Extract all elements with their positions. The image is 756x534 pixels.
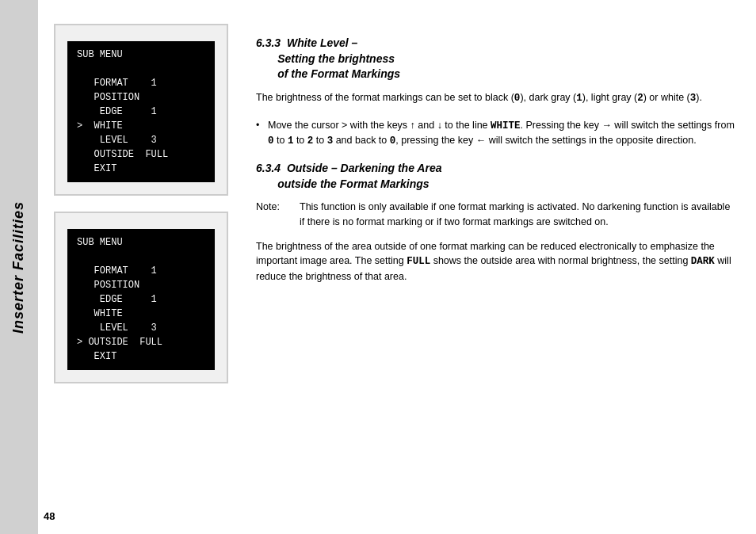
menu-display-1: SUB MENU FORMAT 1 POSITION EDGE 1 > WHIT… (67, 41, 215, 182)
bullet-item-1: Move the cursor > with the keys ↑ and ↓ … (256, 118, 736, 150)
mono-3: 3 (690, 93, 697, 104)
section-633: 6.3.3 White Level – Setting the brightne… (256, 36, 736, 149)
section-633-title: 6.3.3 White Level – Setting the brightne… (256, 36, 736, 82)
mono-0: 0 (514, 93, 521, 104)
mono-1a: 1 (288, 135, 294, 147)
mono-0a: 0 (268, 135, 274, 147)
screen-mockup-1: SUB MENU FORMAT 1 POSITION EDGE 1 > WHIT… (54, 24, 228, 196)
main-content: SUB MENU FORMAT 1 POSITION EDGE 1 > WHIT… (38, 0, 756, 534)
right-panel: 6.3.3 White Level – Setting the brightne… (244, 16, 756, 518)
screen-mockup-2: SUB MENU FORMAT 1 POSITION EDGE 1 WHITE … (54, 212, 228, 383)
mono-3a: 3 (327, 135, 334, 147)
mono-1: 1 (576, 93, 582, 104)
mono-2: 2 (637, 93, 643, 104)
page-number: 48 (44, 510, 55, 522)
section-634-number: 6.3.4 (256, 162, 287, 174)
mono-2a: 2 (307, 135, 314, 147)
menu-display-2: SUB MENU FORMAT 1 POSITION EDGE 1 WHITE … (67, 229, 215, 370)
section-634-body: The brightness of the area outside of on… (256, 239, 736, 284)
note-block: Note: This function is only available if… (256, 200, 736, 230)
section-633-bullets: Move the cursor > with the keys ↑ and ↓ … (256, 118, 736, 150)
sidebar: Inserter Facilities (0, 0, 38, 534)
note-label: Note: (256, 200, 292, 230)
sidebar-label: Inserter Facilities (11, 200, 28, 333)
mono-white: WHITE (491, 120, 521, 132)
left-panel: SUB MENU FORMAT 1 POSITION EDGE 1 > WHIT… (38, 16, 244, 518)
mono-0b: 0 (390, 135, 396, 147)
section-634: 6.3.4 Outside – Darkening the Area outsi… (256, 161, 736, 284)
note-content: This function is only available if one f… (300, 200, 736, 230)
section-633-body: The brightness of the format markings ca… (256, 90, 736, 106)
mono-dark: DARK (691, 256, 715, 267)
section-633-number: 6.3.3 (256, 36, 287, 49)
mono-full: FULL (407, 256, 430, 267)
section-634-title: 6.3.4 Outside – Darkening the Area outsi… (256, 161, 736, 192)
